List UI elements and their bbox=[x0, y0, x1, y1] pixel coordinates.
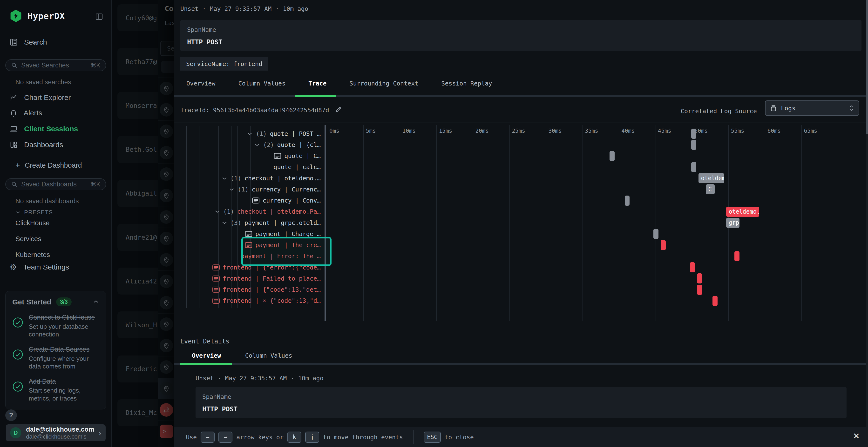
log-event-icon bbox=[212, 265, 220, 271]
trace-tree-row[interactable]: (2)quote | {cl… bbox=[174, 139, 324, 150]
trace-tree-row[interactable]: quote | calc… bbox=[174, 162, 324, 173]
sidebar-item-dashboards[interactable]: Dashboards bbox=[10, 141, 63, 149]
span-bar[interactable] bbox=[610, 151, 615, 161]
trace-tree-row[interactable]: (1)quote | POST … bbox=[174, 128, 324, 139]
scrollbar-thumb[interactable] bbox=[866, 0, 868, 134]
trace-tree-row[interactable]: payment | The cre… bbox=[174, 240, 324, 251]
tree-timeline-divider[interactable] bbox=[324, 125, 326, 321]
sidebar-preset-clickhouse[interactable]: ClickHouse bbox=[16, 217, 50, 229]
sidebar-item-alerts[interactable]: Alerts bbox=[10, 109, 42, 117]
presets-list: ClickHouseServicesKubernetes bbox=[16, 217, 50, 261]
sidebar-preset-services[interactable]: Services bbox=[16, 233, 50, 245]
sidebar-item-team-settings[interactable]: ⚙ Team Settings bbox=[10, 263, 69, 271]
sidebar-preset-kubernetes[interactable]: Kubernetes bbox=[16, 248, 50, 261]
get-started-title: Get Started bbox=[12, 298, 51, 306]
log-source-select[interactable]: Logs bbox=[765, 100, 859, 116]
trace-tree-row[interactable]: (1)currency | Currenc… bbox=[174, 184, 324, 195]
bell-icon bbox=[10, 109, 18, 117]
trace-tree-row[interactable]: frontend | {"error":{"code… bbox=[174, 262, 324, 273]
trace-tree-row[interactable]: payment | Charge … bbox=[174, 228, 324, 239]
tab-column-values[interactable]: Column Values bbox=[238, 80, 285, 87]
trace-tree-row[interactable]: frontend | Failed to place… bbox=[174, 273, 324, 284]
modal-scrim[interactable] bbox=[112, 0, 174, 447]
get-started-task[interactable]: Connect to ClickHouseSet up your databas… bbox=[12, 314, 99, 338]
avatar: D bbox=[10, 427, 21, 438]
tab-ed-column-values[interactable]: Column Values bbox=[245, 352, 292, 359]
span-bar[interactable] bbox=[712, 296, 717, 306]
span-bar[interactable]: grp bbox=[726, 218, 740, 228]
trace-row-label: frontend | × {"code":13,"d… bbox=[223, 297, 321, 304]
trace-tree-row[interactable]: currency | Conv… bbox=[174, 195, 324, 206]
tab-overview[interactable]: Overview bbox=[186, 80, 215, 87]
span-bar[interactable]: oteldemo. bbox=[699, 173, 724, 183]
create-dashboard-button[interactable]: + Create Dashboard bbox=[16, 161, 82, 170]
tab-surrounding-context[interactable]: Surrounding Context bbox=[349, 80, 418, 87]
span-name-label: SpanName bbox=[187, 26, 216, 33]
brand[interactable]: HyperDX bbox=[10, 10, 65, 22]
help-button[interactable]: ? bbox=[5, 409, 17, 421]
chevron-up-icon[interactable] bbox=[49, 141, 56, 149]
sidebar-item-search[interactable]: Search bbox=[10, 38, 47, 46]
trace-tree-row[interactable]: quote | C… bbox=[174, 150, 324, 162]
span-bar[interactable]: oteldemo. bbox=[726, 207, 759, 217]
trace-tree-row[interactable]: (1)checkout | oteldemo.Pa… bbox=[174, 206, 324, 217]
saved-dashboards-input[interactable]: Saved Dashboards ⌘K bbox=[5, 178, 106, 190]
span-bar[interactable] bbox=[691, 129, 696, 139]
chevron-down-icon[interactable] bbox=[247, 132, 253, 136]
trace-tree-row[interactable]: (1)checkout | oteldemo.… bbox=[174, 173, 324, 184]
axis-tick-label: 45ms bbox=[658, 128, 671, 134]
get-started-task[interactable]: Add DataStart sending logs, metrics, or … bbox=[12, 378, 99, 403]
tab-ed-overview[interactable]: Overview bbox=[192, 352, 221, 359]
chevron-up-icon[interactable] bbox=[33, 38, 39, 46]
service-name-chip[interactable]: ServiceName: frontend bbox=[180, 57, 268, 71]
chevron-down-icon[interactable] bbox=[229, 187, 235, 191]
span-bar[interactable] bbox=[691, 162, 696, 172]
trace-tree-row[interactable]: payment | Error: The … bbox=[174, 251, 324, 262]
user-menu[interactable]: D dale@clickhouse.com dale@clickhouse.co… bbox=[6, 424, 105, 441]
edit-pencil-icon[interactable] bbox=[335, 106, 342, 114]
laptop-icon bbox=[10, 125, 18, 133]
child-count: (1) bbox=[230, 175, 241, 182]
trace-tree-row[interactable]: frontend | × {"code":13,"d… bbox=[174, 295, 324, 306]
chevron-down-icon[interactable] bbox=[254, 143, 260, 147]
span-bar[interactable] bbox=[691, 140, 696, 150]
gridline bbox=[327, 125, 327, 321]
span-bar[interactable] bbox=[661, 240, 666, 250]
axis-tick-label: 15ms bbox=[439, 128, 452, 134]
span-bar[interactable] bbox=[625, 196, 629, 206]
saved-searches-input[interactable]: Saved Searches ⌘K bbox=[5, 59, 106, 71]
j-key: j bbox=[305, 432, 319, 443]
tab-trace[interactable]: Trace bbox=[308, 80, 327, 87]
span-bar[interactable]: C bbox=[706, 184, 715, 194]
trace-tree-row[interactable]: frontend | {"code":13,"det… bbox=[174, 284, 324, 295]
span-bar[interactable] bbox=[697, 273, 702, 283]
chevron-down-icon[interactable] bbox=[222, 176, 227, 180]
trace-id-row: TraceId: 956f3b4a44b03aa4daf946242554d87… bbox=[180, 106, 342, 114]
trace-tree-row[interactable]: (3)payment | grpc.oteld… bbox=[174, 217, 324, 228]
hyperdx-app: HyperDX Search Saved Searches ⌘K No save… bbox=[0, 0, 868, 447]
sidebar-item-client-sessions[interactable]: Client Sessions bbox=[10, 125, 78, 133]
logs-icon bbox=[770, 105, 777, 111]
panel-collapse-icon[interactable] bbox=[95, 12, 103, 22]
chevron-down-icon[interactable] bbox=[222, 221, 227, 225]
chevron-up-icon[interactable] bbox=[93, 300, 99, 304]
span-bar[interactable] bbox=[653, 229, 658, 239]
span-bar[interactable] bbox=[697, 285, 702, 295]
tab-session-replay[interactable]: Session Replay bbox=[441, 80, 492, 87]
gridline bbox=[546, 125, 546, 321]
span-bar[interactable] bbox=[690, 262, 695, 272]
sidebar-item-chart-explorer[interactable]: Chart Explorer bbox=[10, 94, 71, 102]
magnifier-icon bbox=[11, 181, 18, 187]
chevron-down-icon[interactable] bbox=[214, 210, 220, 213]
trace-row-label: quote | POST … bbox=[270, 130, 321, 137]
get-started-task[interactable]: Create Data SourcesConfigure where your … bbox=[12, 346, 99, 370]
child-count: (2) bbox=[263, 141, 274, 148]
scrollbar-track[interactable] bbox=[866, 0, 868, 447]
span-bar[interactable] bbox=[735, 251, 740, 261]
check-circle-icon bbox=[12, 317, 23, 329]
span-name-card: SpanName HTTP POST bbox=[180, 20, 862, 51]
divider bbox=[0, 54, 112, 54]
presets-header[interactable]: PRESETS bbox=[16, 209, 53, 216]
close-icon[interactable]: × bbox=[853, 431, 860, 441]
chevron-down-icon bbox=[16, 211, 21, 214]
